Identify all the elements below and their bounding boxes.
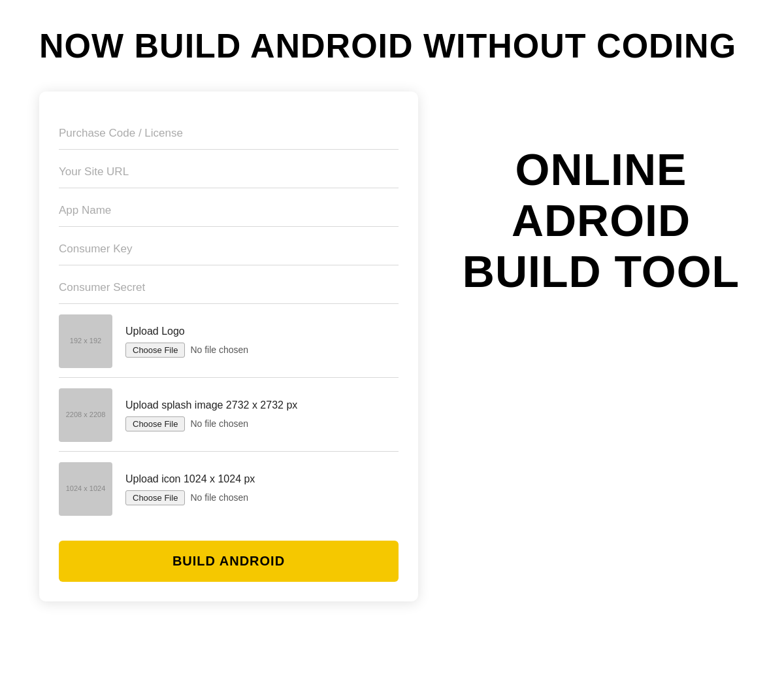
- upload-splash-choose-file-button[interactable]: Choose File: [125, 416, 185, 431]
- consumer-secret-field: [59, 265, 399, 304]
- right-panel-text: ONLINE ADROID BUILD TOOL: [463, 144, 740, 297]
- build-android-button[interactable]: BUILD ANDROID: [59, 541, 399, 582]
- upload-logo-placeholder: 192 x 192: [59, 314, 112, 368]
- consumer-secret-input[interactable]: [59, 277, 399, 297]
- upload-icon-placeholder: 1024 x 1024: [59, 462, 112, 516]
- upload-icon-choose-file-button[interactable]: Choose File: [125, 490, 185, 505]
- site-url-field: [59, 150, 399, 188]
- site-url-input[interactable]: [59, 161, 399, 181]
- purchase-code-input[interactable]: [59, 123, 399, 143]
- upload-icon-no-file: No file chosen: [190, 492, 248, 503]
- consumer-key-input[interactable]: [59, 239, 399, 258]
- purchase-code-field: [59, 111, 399, 150]
- consumer-key-field: [59, 227, 399, 265]
- form-card: 192 x 192 Upload Logo Choose File No fil…: [39, 92, 418, 601]
- upload-icon-section: 1024 x 1024 Upload icon 1024 x 1024 px C…: [59, 452, 399, 525]
- upload-splash-label: Upload splash image 2732 x 2732 px: [125, 399, 297, 411]
- upload-splash-section: 2208 x 2208 Upload splash image 2732 x 2…: [59, 378, 399, 452]
- app-name-input[interactable]: [59, 200, 399, 220]
- upload-splash-no-file: No file chosen: [190, 418, 248, 429]
- upload-logo-no-file: No file chosen: [190, 345, 248, 355]
- upload-icon-label: Upload icon 1024 x 1024 px: [125, 473, 255, 485]
- app-name-field: [59, 188, 399, 227]
- upload-splash-placeholder: 2208 x 2208: [59, 388, 112, 442]
- upload-logo-label: Upload Logo: [125, 326, 248, 337]
- upload-logo-section: 192 x 192 Upload Logo Choose File No fil…: [59, 304, 399, 378]
- upload-logo-choose-file-button[interactable]: Choose File: [125, 343, 185, 358]
- right-panel: ONLINE ADROID BUILD TOOL: [457, 92, 745, 297]
- page-title: NOW BUILD ANDROID WITHOUT CODING: [39, 26, 745, 65]
